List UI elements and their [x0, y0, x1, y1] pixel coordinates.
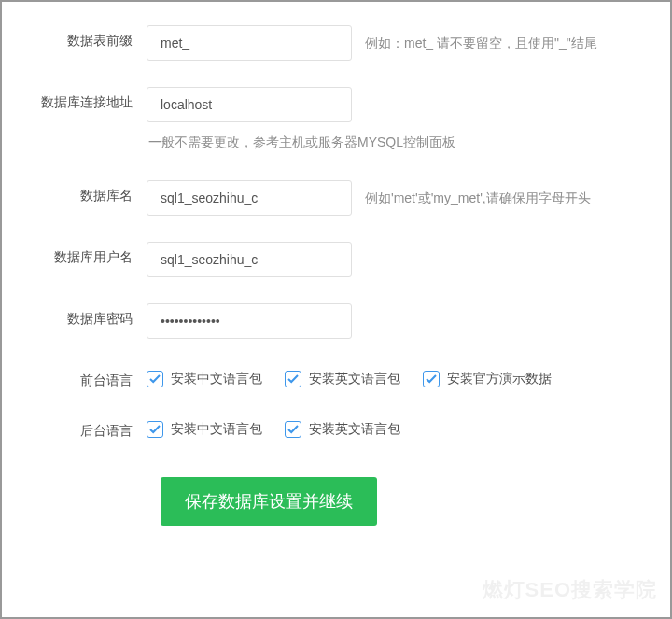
hint-db-host: 一般不需要更改，参考主机或服务器MYSQL控制面板 — [147, 132, 656, 154]
submit-button[interactable]: 保存数据库设置并继续 — [161, 477, 377, 526]
checkbox-group-back-lang: 安装中文语言包 安装英文语言包 — [147, 415, 400, 438]
checkbox-label: 安装中文语言包 — [171, 371, 262, 387]
label-back-lang: 后台语言 — [16, 415, 147, 440]
content-db-name: 例如'met'或'my_met',请确保用字母开头 — [147, 180, 656, 216]
input-db-host[interactable] — [147, 87, 352, 122]
label-front-lang: 前台语言 — [16, 365, 147, 389]
row-db-name: 数据库名 例如'met'或'my_met',请确保用字母开头 — [16, 180, 656, 216]
checkbox-group-front-lang: 安装中文语言包 安装英文语言包 安装官方演示数据 — [147, 365, 552, 387]
checkbox-front-en[interactable]: 安装英文语言包 — [285, 371, 400, 387]
label-db-name: 数据库名 — [16, 180, 147, 204]
checkbox-front-demo[interactable]: 安装官方演示数据 — [423, 371, 552, 387]
check-icon — [423, 371, 440, 387]
row-back-lang: 后台语言 安装中文语言包 安装英文语言包 — [16, 415, 656, 440]
row-db-password: 数据库密码 — [16, 303, 656, 339]
content-db-user — [147, 242, 656, 277]
watermark: 燃灯SEO搜索学院 — [483, 576, 657, 604]
checkbox-back-en[interactable]: 安装英文语言包 — [285, 421, 400, 438]
content-table-prefix: 例如：met_ 请不要留空，且使用"_"结尾 — [147, 25, 656, 61]
check-icon — [285, 421, 301, 438]
label-table-prefix: 数据表前缀 — [16, 25, 147, 49]
checkbox-back-cn[interactable]: 安装中文语言包 — [147, 421, 262, 438]
row-db-host: 数据库连接地址 一般不需要更改，参考主机或服务器MYSQL控制面板 — [16, 87, 656, 154]
row-front-lang: 前台语言 安装中文语言包 安装英文语言包 安装官方演示数据 — [16, 365, 656, 389]
input-db-password[interactable] — [147, 303, 352, 339]
hint-table-prefix: 例如：met_ 请不要留空，且使用"_"结尾 — [365, 33, 597, 53]
content-db-host: 一般不需要更改，参考主机或服务器MYSQL控制面板 — [147, 87, 656, 154]
row-table-prefix: 数据表前缀 例如：met_ 请不要留空，且使用"_"结尾 — [16, 25, 656, 61]
check-icon — [147, 421, 163, 438]
check-icon — [147, 371, 163, 387]
checkbox-front-cn[interactable]: 安装中文语言包 — [147, 371, 262, 387]
checkbox-label: 安装英文语言包 — [309, 371, 400, 387]
content-front-lang: 安装中文语言包 安装英文语言包 安装官方演示数据 — [147, 365, 656, 387]
checkbox-label: 安装中文语言包 — [171, 421, 262, 438]
content-db-password — [147, 303, 656, 339]
content-back-lang: 安装中文语言包 安装英文语言包 — [147, 415, 656, 438]
label-db-host: 数据库连接地址 — [16, 87, 147, 111]
row-db-user: 数据库用户名 — [16, 242, 656, 277]
submit-row: 保存数据库设置并继续 — [16, 477, 656, 526]
input-db-name[interactable] — [147, 180, 352, 216]
input-table-prefix[interactable] — [147, 25, 352, 61]
check-icon — [285, 371, 301, 387]
label-db-user: 数据库用户名 — [16, 242, 147, 266]
hint-db-name: 例如'met'或'my_met',请确保用字母开头 — [365, 188, 591, 208]
checkbox-label: 安装官方演示数据 — [447, 371, 552, 387]
input-db-user[interactable] — [147, 242, 352, 277]
label-db-password: 数据库密码 — [16, 303, 147, 328]
checkbox-label: 安装英文语言包 — [309, 421, 400, 438]
